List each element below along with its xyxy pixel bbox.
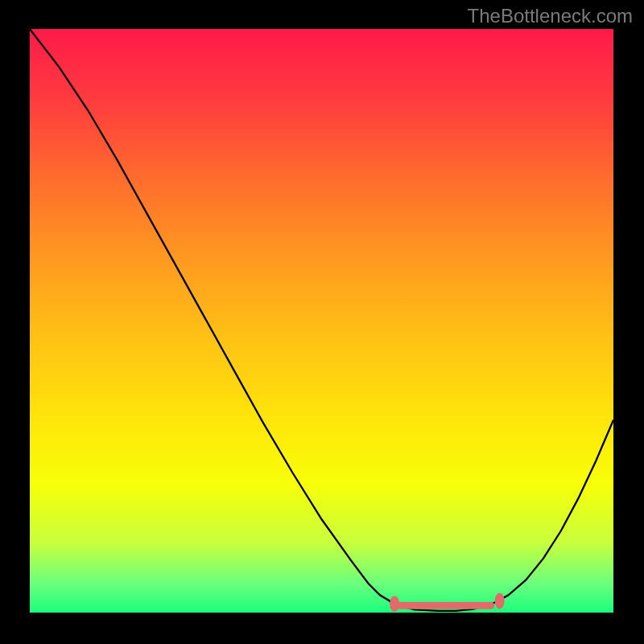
chart-svg bbox=[30, 29, 613, 613]
optimal-range-markers bbox=[390, 593, 505, 613]
chart-plot-area bbox=[30, 29, 613, 613]
bottleneck-curve bbox=[30, 29, 613, 611]
optimal-marker-0 bbox=[390, 596, 399, 612]
watermark-text: TheBottleneck.com bbox=[468, 5, 633, 27]
optimal-marker-1 bbox=[495, 593, 505, 609]
